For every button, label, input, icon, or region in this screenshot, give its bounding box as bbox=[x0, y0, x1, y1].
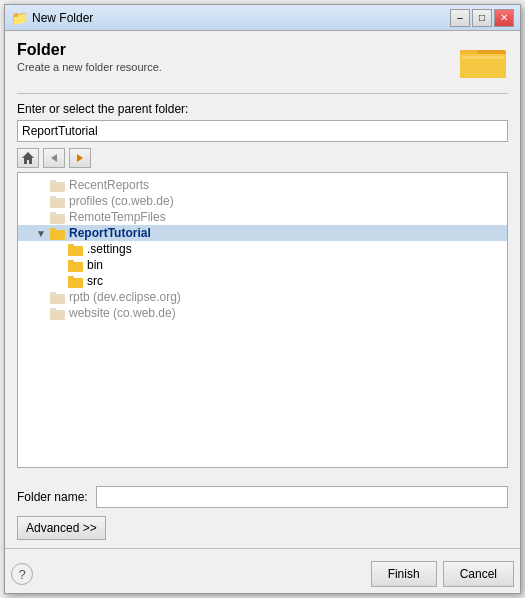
folder-name-label: Folder name: bbox=[17, 490, 88, 504]
svg-rect-4 bbox=[462, 56, 504, 59]
tree-item-label: src bbox=[87, 274, 103, 288]
advanced-button[interactable]: Advanced >> bbox=[17, 516, 106, 540]
svg-marker-5 bbox=[22, 152, 34, 164]
folder-icon bbox=[68, 275, 84, 288]
title-bar: 📁 New Folder – □ ✕ bbox=[5, 5, 520, 31]
page-title: Folder bbox=[17, 41, 162, 59]
tree-item-label: profiles (co.web.de) bbox=[69, 194, 174, 208]
svg-rect-13 bbox=[50, 214, 65, 224]
page-subtitle: Create a new folder resource. bbox=[17, 61, 162, 73]
tree-item-label: .settings bbox=[87, 242, 132, 256]
tree-item[interactable]: bin bbox=[18, 257, 507, 273]
tree-item[interactable]: rptb (dev.eclipse.org) bbox=[18, 289, 507, 305]
parent-folder-input[interactable] bbox=[17, 120, 508, 142]
tree-item[interactable]: .settings bbox=[18, 241, 507, 257]
nav-bar bbox=[17, 148, 508, 168]
parent-folder-label: Enter or select the parent folder: bbox=[17, 102, 508, 116]
svg-rect-19 bbox=[68, 262, 83, 272]
home-icon bbox=[21, 151, 35, 165]
header-divider bbox=[17, 93, 508, 94]
finish-button[interactable]: Finish bbox=[371, 561, 437, 587]
tree-item-label: ReportTutorial bbox=[69, 226, 151, 240]
svg-rect-15 bbox=[50, 230, 65, 240]
folder-icon bbox=[50, 179, 66, 192]
folder-icon bbox=[68, 243, 84, 256]
svg-rect-9 bbox=[50, 182, 65, 192]
folder-icon bbox=[50, 227, 66, 240]
tree-toggle-icon: ▼ bbox=[36, 228, 50, 239]
back-button[interactable] bbox=[43, 148, 65, 168]
header-section: Folder Create a new folder resource. bbox=[17, 41, 508, 81]
help-button[interactable]: ? bbox=[11, 563, 33, 585]
header-text: Folder Create a new folder resource. bbox=[17, 41, 162, 73]
svg-rect-17 bbox=[68, 246, 83, 256]
close-button[interactable]: ✕ bbox=[494, 9, 514, 27]
tree-item-label: RemoteTempFiles bbox=[69, 210, 166, 224]
dialog-window: 📁 New Folder – □ ✕ Folder Create a new f… bbox=[4, 4, 521, 594]
svg-marker-7 bbox=[77, 154, 83, 162]
tree-item-label: rptb (dev.eclipse.org) bbox=[69, 290, 181, 304]
svg-marker-6 bbox=[51, 154, 57, 162]
tree-item[interactable]: website (co.web.de) bbox=[18, 305, 507, 321]
svg-rect-11 bbox=[50, 198, 65, 208]
tree-item[interactable]: RecentReports bbox=[18, 177, 507, 193]
tree-item[interactable]: profiles (co.web.de) bbox=[18, 193, 507, 209]
title-bar-icon: 📁 bbox=[11, 10, 28, 26]
forward-icon bbox=[74, 152, 86, 164]
content-area: Folder Create a new folder resource. Ent… bbox=[5, 31, 520, 478]
tree-item[interactable]: RemoteTempFiles bbox=[18, 209, 507, 225]
title-bar-text: New Folder bbox=[32, 11, 93, 25]
footer-buttons: Finish Cancel bbox=[371, 561, 514, 587]
folder-icon bbox=[50, 291, 66, 304]
tree-container[interactable]: RecentReportsprofiles (co.web.de)RemoteT… bbox=[17, 172, 508, 468]
svg-rect-21 bbox=[68, 278, 83, 288]
tree-item-label: bin bbox=[87, 258, 103, 272]
maximize-button[interactable]: □ bbox=[472, 9, 492, 27]
forward-button[interactable] bbox=[69, 148, 91, 168]
folder-name-input[interactable] bbox=[96, 486, 508, 508]
folder-icon bbox=[50, 211, 66, 224]
folder-icon bbox=[50, 307, 66, 320]
tree-item-label: RecentReports bbox=[69, 178, 149, 192]
minimize-button[interactable]: – bbox=[450, 9, 470, 27]
home-button[interactable] bbox=[17, 148, 39, 168]
tree-item-label: website (co.web.de) bbox=[69, 306, 176, 320]
bottom-section: Folder name: Advanced >> bbox=[5, 486, 520, 540]
folder-icon bbox=[68, 259, 84, 272]
folder-name-row: Folder name: bbox=[17, 486, 508, 508]
back-icon bbox=[48, 152, 60, 164]
footer: ? Finish Cancel bbox=[5, 557, 520, 593]
folder-icon-large bbox=[460, 41, 508, 81]
tree-item[interactable]: ▼ReportTutorial bbox=[18, 225, 507, 241]
folder-icon bbox=[50, 195, 66, 208]
tree-item[interactable]: src bbox=[18, 273, 507, 289]
cancel-button[interactable]: Cancel bbox=[443, 561, 514, 587]
svg-rect-23 bbox=[50, 294, 65, 304]
svg-rect-25 bbox=[50, 310, 65, 320]
footer-divider bbox=[5, 548, 520, 549]
